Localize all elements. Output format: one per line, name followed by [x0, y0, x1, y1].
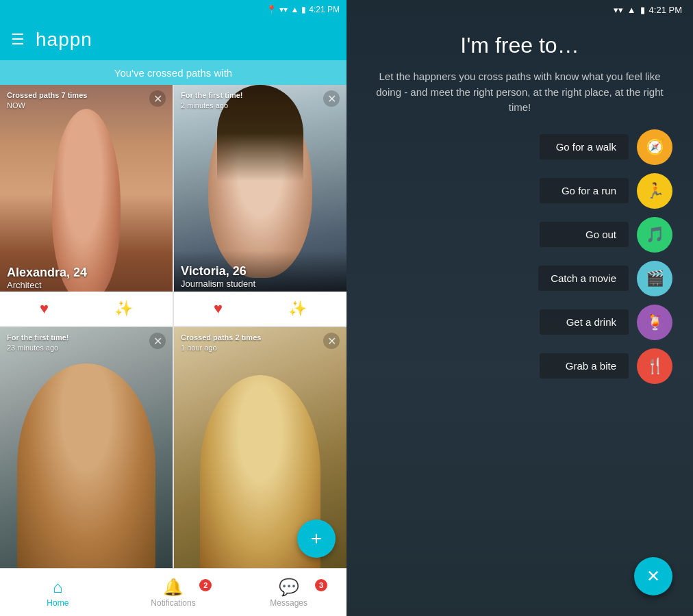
- card-2-spark[interactable]: ✨: [288, 300, 307, 318]
- activity-run-label: Go for a run: [540, 178, 629, 203]
- card-1-profession: Architect: [7, 280, 166, 290]
- app-logo: happn: [36, 29, 92, 51]
- status-bar-right: ▾▾ ▲ ▮ 4:21 PM: [346, 0, 693, 19]
- activity-walk-icon: 🧭: [637, 129, 672, 165]
- activity-run[interactable]: Go for a run 🏃: [367, 173, 672, 209]
- card-4-label: Crossed paths 2 times 1 hour ago: [181, 333, 261, 354]
- right-subtitle: Let the happners you cross paths with kn…: [367, 69, 672, 116]
- activity-walk[interactable]: Go for a walk 🧭: [367, 129, 672, 165]
- activity-drink-label: Get a drink: [540, 309, 629, 335]
- app-header: ☰ happn: [0, 19, 346, 60]
- activities-list: Go for a walk 🧭 Go for a run 🏃 Go out 🎵 …: [346, 123, 693, 617]
- card-2-name-area: Victoria, 26 Journalism student: [174, 251, 346, 292]
- status-time-right: 4:21 PM: [649, 5, 682, 15]
- status-time-left: 4:21 PM: [309, 5, 340, 14]
- activity-bite-icon: 🍴: [637, 348, 672, 384]
- activity-out-icon: 🎵: [637, 217, 672, 253]
- nav-messages[interactable]: 3 💬 Messages: [231, 578, 346, 608]
- signal-icon-right: ▲: [627, 5, 636, 15]
- card-2-close[interactable]: ✕: [323, 90, 340, 107]
- card-2-label: For the first time! 2 minutes ago: [181, 90, 242, 112]
- nav-messages-label: Messages: [270, 598, 307, 608]
- card-2-name: Victoria, 26: [181, 264, 340, 279]
- notifications-badge: 2: [199, 579, 212, 591]
- status-bar-left: 📍 ▾▾ ▲ ▮ 4:21 PM: [0, 0, 346, 19]
- card-1-actions: ♥ ✨: [0, 292, 173, 326]
- card-3-label: For the first time! 23 minutes ago: [7, 333, 68, 354]
- card-2-profession: Journalism student: [181, 279, 340, 289]
- card-1-name-area: Alexandra, 24 Architect: [0, 263, 173, 292]
- card-4-label-time: 1 hour ago: [181, 343, 261, 353]
- card-3-label-time: 23 minutes ago: [7, 343, 68, 353]
- battery-icon: ▮: [301, 5, 306, 14]
- status-icons-left: 📍 ▾▾ ▲ ▮ 4:21 PM: [266, 5, 340, 14]
- card-1-label-main: Crossed paths 7 times: [7, 90, 87, 101]
- messages-badge: 3: [315, 579, 327, 591]
- activity-bite[interactable]: Grab a bite 🍴: [367, 348, 672, 384]
- card-4-label-main: Crossed paths 2 times: [181, 333, 261, 343]
- subtitle-bar: You've crossed paths with: [0, 60, 346, 85]
- right-content: ▾▾ ▲ ▮ 4:21 PM I'm free to… Let the happ…: [346, 0, 693, 616]
- card-2-actions: ♥ ✨: [174, 292, 346, 326]
- card-2-info: Victoria, 26 Journalism student ♥ ✨: [174, 251, 346, 326]
- card-4-close[interactable]: ✕: [323, 333, 340, 349]
- bottom-nav: ⌂ Home 2 🔔 Notifications 3 💬 Messages: [0, 568, 346, 616]
- activity-movie-label: Catch a movie: [538, 266, 629, 291]
- activity-drink[interactable]: Get a drink 🍹: [367, 305, 672, 340]
- activity-drink-icon: 🍹: [637, 305, 672, 340]
- signal-icon: ▲: [290, 5, 299, 14]
- notifications-icon: 🔔: [163, 578, 184, 597]
- nav-notifications[interactable]: 2 🔔 Notifications: [116, 578, 231, 608]
- card-victoria[interactable]: For the first time! 2 minutes ago ✕ Vict…: [174, 85, 346, 326]
- subtitle-text: You've crossed paths with: [114, 67, 232, 79]
- card-3-label-main: For the first time!: [7, 333, 68, 343]
- location-icon: 📍: [266, 5, 277, 14]
- card-1-close[interactable]: ✕: [149, 90, 166, 107]
- activity-bite-label: Grab a bite: [540, 353, 629, 378]
- right-title: I'm free to…: [367, 33, 672, 58]
- wifi-icon: ▾▾: [279, 5, 288, 14]
- card-2-label-time: 2 minutes ago: [181, 101, 242, 111]
- battery-icon-right: ▮: [640, 5, 645, 15]
- card-2-label-main: For the first time!: [181, 90, 242, 101]
- cards-grid: Crossed paths 7 times NOW ✕ Alexandra, 2…: [0, 85, 346, 568]
- left-panel: 📍 ▾▾ ▲ ▮ 4:21 PM ☰ happn You've crossed …: [0, 0, 346, 616]
- nav-notifications-label: Notifications: [151, 598, 195, 608]
- wifi-icon-right: ▾▾: [614, 5, 623, 15]
- fab-button[interactable]: +: [297, 519, 336, 558]
- home-icon: ⌂: [53, 578, 63, 597]
- nav-home[interactable]: ⌂ Home: [0, 578, 116, 608]
- activity-movie[interactable]: Catch a movie 🎬: [367, 261, 672, 296]
- nav-home-label: Home: [47, 598, 68, 608]
- right-panel: ▾▾ ▲ ▮ 4:21 PM I'm free to… Let the happ…: [346, 0, 693, 616]
- card-1-heart[interactable]: ♥: [40, 300, 49, 318]
- card-1-name: Alexandra, 24: [7, 266, 166, 280]
- card-1-info: Alexandra, 24 Architect ♥ ✨: [0, 263, 173, 326]
- card-1-spark[interactable]: ✨: [114, 300, 133, 318]
- card-1-label: Crossed paths 7 times NOW: [7, 90, 87, 112]
- activity-movie-icon: 🎬: [637, 261, 672, 296]
- card-2-heart[interactable]: ♥: [214, 300, 223, 318]
- close-fab-button[interactable]: ✕: [634, 557, 672, 595]
- hamburger-icon[interactable]: ☰: [11, 31, 25, 49]
- activity-out[interactable]: Go out 🎵: [367, 217, 672, 253]
- card-alexandra[interactable]: Crossed paths 7 times NOW ✕ Alexandra, 2…: [0, 85, 173, 326]
- messages-icon: 💬: [279, 578, 299, 597]
- activity-walk-label: Go for a walk: [540, 134, 629, 159]
- card-third[interactable]: For the first time! 23 minutes ago ✕: [0, 327, 173, 568]
- card-3-close[interactable]: ✕: [149, 333, 166, 349]
- right-header: I'm free to… Let the happners you cross …: [346, 19, 693, 123]
- card-1-label-time: NOW: [7, 101, 87, 111]
- activity-run-icon: 🏃: [637, 173, 672, 209]
- activity-out-label: Go out: [540, 222, 629, 247]
- card-3-bg: [0, 327, 173, 568]
